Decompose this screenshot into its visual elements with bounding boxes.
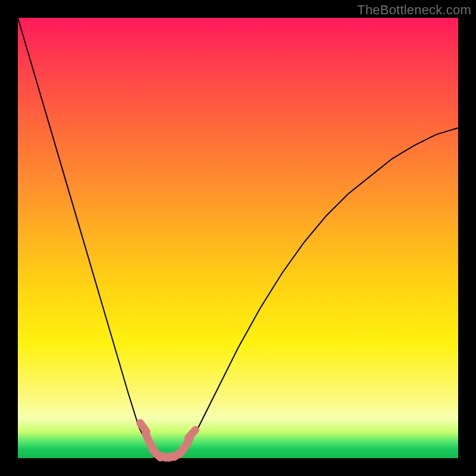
highlight-marker (188, 430, 195, 438)
highlight-markers (140, 423, 196, 458)
curve-path (18, 18, 458, 458)
watermark-text: TheBottleneck.com (357, 2, 471, 18)
bottleneck-curve (18, 18, 458, 458)
chart-frame: TheBottleneck.com (0, 0, 476, 476)
chart-svg (18, 18, 458, 458)
chart-plot-area (18, 18, 458, 458)
